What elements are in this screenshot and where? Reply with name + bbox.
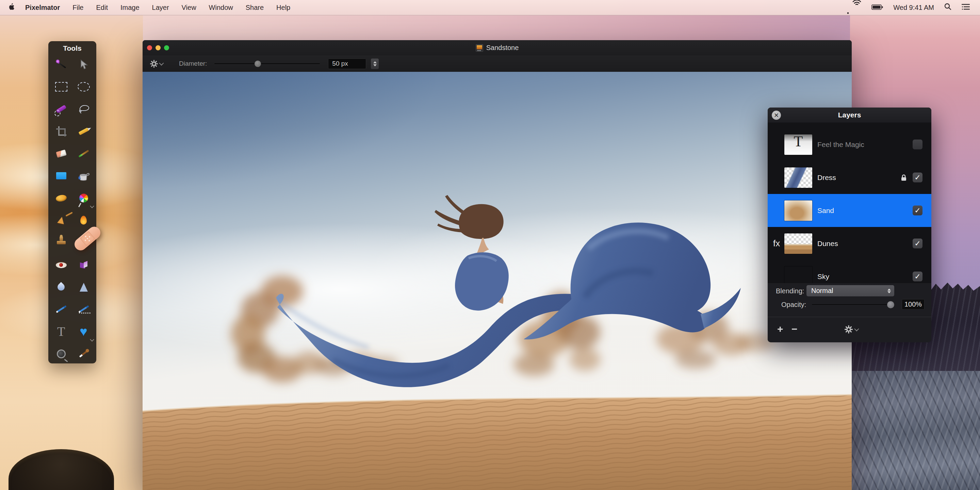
menu-item-share[interactable]: Share	[246, 4, 264, 11]
sponge-icon	[54, 191, 68, 205]
diameter-slider-thumb[interactable]	[255, 60, 261, 67]
tool-crop[interactable]	[50, 120, 73, 142]
opacity-slider-thumb[interactable]	[887, 301, 894, 308]
tool-blur[interactable]	[73, 276, 95, 298]
menu-item-view[interactable]: View	[182, 4, 196, 11]
tool-eyedropper[interactable]	[73, 343, 95, 365]
menu-app-name[interactable]: Pixelmator	[25, 4, 60, 11]
visibility-checkbox[interactable]: ✓	[913, 239, 923, 248]
tool-quick-select[interactable]	[50, 98, 73, 120]
diameter-slider[interactable]	[215, 63, 320, 64]
tool-sponge[interactable]	[50, 187, 73, 209]
blue-fabric	[276, 223, 741, 387]
tool-sharpen[interactable]	[73, 254, 95, 276]
sand-dune	[143, 395, 852, 490]
layer-row-sky[interactable]: Sky ✓	[768, 260, 931, 283]
stepper-down-icon[interactable]	[373, 64, 377, 68]
quick-select-icon	[54, 102, 68, 116]
tool-dust-brush[interactable]	[50, 209, 73, 231]
tool-pen[interactable]	[50, 298, 73, 320]
effects-badge[interactable]: fx	[773, 238, 780, 249]
image-canvas[interactable]	[143, 72, 852, 490]
opacity-slider[interactable]	[812, 304, 891, 305]
menu-item-window[interactable]: Window	[209, 4, 233, 11]
tool-gradient[interactable]	[73, 187, 95, 209]
tool-slice[interactable]	[73, 120, 95, 142]
diameter-stepper[interactable]	[371, 59, 379, 69]
tool-healing[interactable]	[73, 231, 95, 253]
magic-wand-icon	[54, 57, 68, 72]
visibility-checkbox[interactable]: ✓	[913, 272, 923, 282]
layers-list: T Feel the Magic Dress ✓ Sand ✓ fx Dunes…	[768, 123, 931, 283]
layer-row-dunes[interactable]: fx Dunes ✓	[768, 227, 931, 260]
document-proxy-icon[interactable]	[476, 44, 483, 52]
document-window: Sandstone Diameter: 50 px	[143, 40, 852, 490]
tool-ellipse-marquee[interactable]	[73, 76, 95, 98]
blending-dropdown[interactable]: Normal	[807, 285, 894, 296]
layer-thumbnail	[784, 200, 812, 221]
tool-paintbrush[interactable]	[73, 143, 95, 165]
tool-shape[interactable]: ♥	[73, 321, 95, 343]
woman-figure	[434, 195, 509, 311]
tools-palette: Tools T ♥	[48, 41, 96, 363]
battery-icon[interactable]	[872, 4, 883, 11]
layer-name: Feel the Magic	[817, 140, 864, 149]
tool-red-eye[interactable]	[50, 254, 73, 276]
chevron-down-icon	[159, 61, 164, 66]
chevron-down-icon	[854, 327, 859, 331]
layer-controls: Blending: Normal Opacity: 100%	[768, 283, 931, 317]
diameter-label: Diameter:	[179, 60, 207, 67]
layers-panel-footer: + −	[768, 317, 931, 342]
tool-eraser[interactable]	[50, 143, 73, 165]
dust-brush-icon	[54, 213, 68, 227]
tool-zoom[interactable]	[50, 343, 73, 365]
apple-menu-icon[interactable]	[8, 3, 14, 12]
tool-type[interactable]: T	[50, 321, 73, 343]
notification-center-icon[interactable]	[962, 4, 970, 11]
tool-soften[interactable]	[50, 276, 73, 298]
rect-marquee-icon	[54, 80, 68, 94]
layer-row-sand[interactable]: Sand ✓	[768, 194, 931, 227]
tool-rect-shape[interactable]	[50, 165, 73, 187]
opacity-label: Opacity:	[781, 301, 806, 309]
layers-panel-header: ✕ Layers	[768, 108, 931, 123]
gradient-lollipop-icon	[76, 191, 91, 205]
ellipse-marquee-icon	[76, 80, 91, 94]
canvas-artwork	[143, 72, 852, 490]
visibility-checkbox[interactable]: ✓	[913, 172, 923, 182]
layer-thumbnail	[784, 266, 812, 283]
eyedropper-icon	[76, 347, 91, 361]
tool-freeform-pen[interactable]	[73, 298, 95, 320]
tool-lasso[interactable]	[73, 98, 95, 120]
wifi-icon[interactable]	[853, 0, 861, 16]
close-icon[interactable]: ✕	[772, 111, 781, 120]
layer-thumbnail: T	[784, 134, 812, 155]
window-title-bar[interactable]: Sandstone	[143, 40, 852, 56]
tool-paint-bucket[interactable]	[73, 165, 95, 187]
stepper-up-icon[interactable]	[373, 60, 377, 63]
diameter-value-field[interactable]: 50 px	[328, 59, 366, 69]
layer-row-feel-the-magic[interactable]: T Feel the Magic	[768, 128, 931, 161]
add-layer-button[interactable]: +	[777, 323, 783, 335]
search-icon[interactable]	[944, 3, 951, 12]
menu-item-layer[interactable]: Layer	[152, 4, 169, 11]
menu-item-edit[interactable]: Edit	[96, 4, 108, 11]
menu-item-image[interactable]: Image	[121, 4, 140, 11]
layer-name: Sand	[817, 207, 834, 215]
remove-layer-button[interactable]: −	[791, 323, 798, 335]
menu-item-file[interactable]: File	[73, 4, 83, 11]
tool-clone-stamp[interactable]	[50, 231, 73, 253]
sharpen-cube-icon	[76, 258, 91, 272]
tool-rect-marquee[interactable]	[50, 76, 73, 98]
visibility-checkbox[interactable]: ✓	[913, 205, 923, 215]
menu-item-help[interactable]: Help	[276, 4, 290, 11]
layer-row-dress[interactable]: Dress ✓	[768, 161, 931, 194]
lock-icon	[900, 174, 907, 181]
tool-options-gear-icon[interactable]	[150, 60, 163, 68]
window-title: Sandstone	[486, 44, 519, 52]
menu-clock[interactable]: Wed 9:41 AM	[893, 4, 934, 11]
layer-actions-button[interactable]	[845, 325, 858, 334]
tool-magic-wand[interactable]	[50, 53, 73, 76]
visibility-checkbox[interactable]	[913, 140, 923, 150]
tool-move[interactable]	[73, 53, 95, 76]
